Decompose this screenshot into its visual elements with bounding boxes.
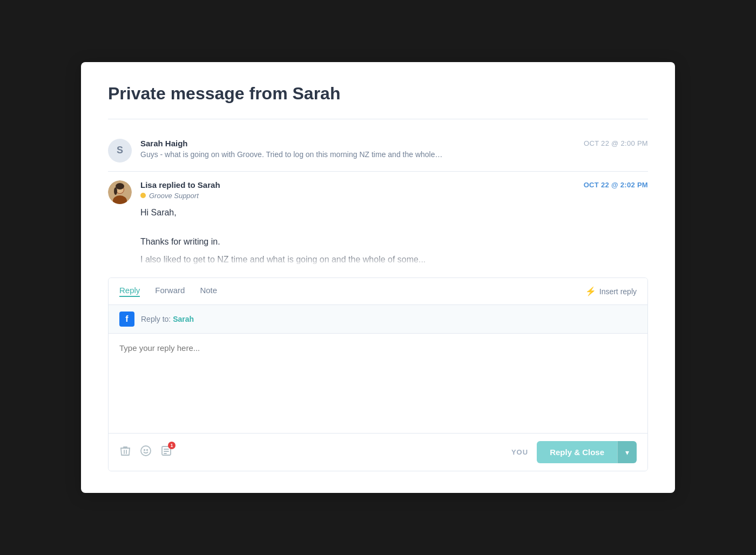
message-header-lisa: Lisa replied to Sarah OCT 22 @ 2:02 PM <box>140 180 648 189</box>
tab-reply[interactable]: Reply <box>119 286 140 297</box>
emoji-icon[interactable] <box>140 445 152 459</box>
channel-name: Groove Support <box>149 192 199 200</box>
timestamp-lisa: OCT 22 @ 2:02 PM <box>584 181 648 189</box>
message-content-sarah: Sarah Haigh OCT 22 @ 2:00 PM Guys - what… <box>140 139 648 159</box>
body-line1: Hi Sarah, <box>140 205 648 220</box>
body-truncated-text: I also liked to get to NZ time and what … <box>140 252 648 267</box>
footer-icons: 1 <box>119 445 172 459</box>
message-content-lisa: Lisa replied to Sarah OCT 22 @ 2:02 PM G… <box>140 180 648 267</box>
svg-point-9 <box>144 450 145 451</box>
reply-tabs-bar: Reply Forward Note ⚡ Insert reply <box>109 278 647 305</box>
message-body-truncated: I also liked to get to NZ time and what … <box>140 252 648 267</box>
private-message-modal: Private message from Sarah S Sarah Haigh… <box>81 62 675 493</box>
avatar-lisa <box>108 180 132 204</box>
fb-letter: f <box>125 314 128 324</box>
chevron-down-icon: ▾ <box>625 448 629 457</box>
avatar-sarah: S <box>108 139 132 163</box>
svg-point-10 <box>147 450 148 451</box>
timestamp-sarah: OCT 22 @ 2:00 PM <box>584 139 648 147</box>
svg-point-8 <box>141 446 151 456</box>
reply-close-button-group: Reply & Close ▾ <box>537 441 637 463</box>
insert-reply-label: Insert reply <box>599 287 637 296</box>
title-divider <box>108 119 648 119</box>
modal-title: Private message from Sarah <box>108 84 648 104</box>
message-preview-sarah: Guys - what is going on with Groove. Tri… <box>140 150 648 159</box>
reply-close-dropdown-button[interactable]: ▾ <box>617 441 637 463</box>
channel-dot <box>140 193 146 198</box>
message-row-lisa: Lisa replied to Sarah OCT 22 @ 2:02 PM G… <box>108 172 648 267</box>
lightning-icon: ⚡ <box>585 286 596 296</box>
reply-textarea[interactable] <box>109 334 647 431</box>
message-row-sarah: S Sarah Haigh OCT 22 @ 2:00 PM Guys - wh… <box>108 130 648 172</box>
svg-point-5 <box>114 187 117 195</box>
sender-name-lisa: Lisa replied to Sarah <box>140 180 220 189</box>
message-header-sarah: Sarah Haigh OCT 22 @ 2:00 PM <box>140 139 648 148</box>
message-body-lisa: Hi Sarah, Thanks for writing in. <box>140 205 648 249</box>
canned-response-icon[interactable]: 1 <box>160 445 172 459</box>
svg-point-4 <box>116 183 124 189</box>
reply-footer: 1 YOU Reply & Close ▾ <box>109 433 647 471</box>
insert-reply-button[interactable]: ⚡ Insert reply <box>585 286 637 296</box>
reply-to-bar: f Reply to: Sarah <box>109 305 647 334</box>
reply-and-close-button[interactable]: Reply & Close <box>537 441 617 463</box>
reply-box: Reply Forward Note ⚡ Insert reply f Repl… <box>108 278 648 471</box>
facebook-icon: f <box>119 312 134 327</box>
tab-note[interactable]: Note <box>200 286 217 297</box>
sender-name-sarah: Sarah Haigh <box>140 139 188 148</box>
tab-forward[interactable]: Forward <box>155 286 185 297</box>
canned-badge: 1 <box>168 442 176 449</box>
reply-to-name: Sarah <box>173 315 194 323</box>
you-label: YOU <box>511 448 528 456</box>
reply-to-text: Reply to: Sarah <box>141 315 194 323</box>
body-line2: Thanks for writing in. <box>140 234 648 249</box>
channel-badge: Groove Support <box>140 192 648 200</box>
trash-icon[interactable] <box>119 445 131 459</box>
reply-to-label: Reply to: <box>141 315 171 323</box>
avatar-letter-sarah: S <box>117 145 123 156</box>
